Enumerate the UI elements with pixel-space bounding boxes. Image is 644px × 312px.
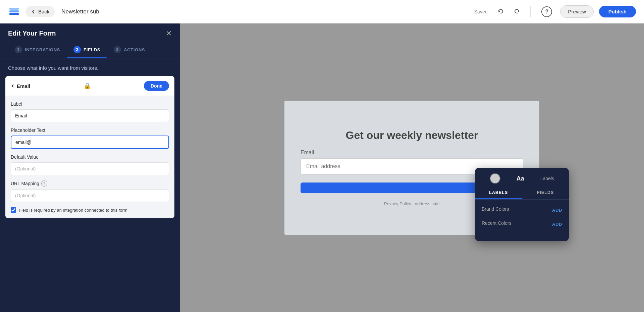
- help-icon: ?: [545, 9, 549, 15]
- back-label: Back: [38, 9, 49, 14]
- svg-rect-0: [9, 13, 19, 15]
- labels-text[interactable]: Labels: [540, 176, 554, 181]
- step-num-2: 2: [73, 46, 81, 53]
- url-help-icon[interactable]: ?: [41, 180, 47, 187]
- field-back-button[interactable]: Email: [11, 83, 30, 89]
- step-num-1: 1: [15, 46, 22, 53]
- recent-colors-label: Recent Colors: [482, 220, 512, 226]
- step-integrations[interactable]: 1 INTEGRATIONS: [8, 42, 67, 58]
- brand-colors-label: Brand Colors: [482, 206, 509, 212]
- form-preview-email-label: Email: [301, 150, 523, 156]
- svg-rect-2: [9, 8, 19, 10]
- divider: [530, 6, 531, 17]
- steps-navigation: 1 INTEGRATIONS 2 FIELDS 3 ACTIONS: [0, 42, 180, 58]
- main-layout: Edit Your Form ✕ 1 INTEGRATIONS 2 FIELDS…: [0, 23, 644, 312]
- panel-header: Edit Your Form ✕: [0, 23, 180, 42]
- label-group: Label: [11, 101, 169, 122]
- color-swatch[interactable]: [490, 173, 500, 184]
- brand-colors-row: Brand Colors ADD: [482, 206, 562, 214]
- placeholder-field-title: Placeholder Text: [11, 127, 169, 133]
- saved-status: Saved: [474, 9, 488, 14]
- redo-button[interactable]: [512, 6, 522, 17]
- required-label: Field is required by an integration conn…: [19, 208, 127, 213]
- aa-label: Aa: [517, 175, 524, 182]
- color-tab-fields[interactable]: FIELDS: [522, 187, 569, 199]
- color-picker-top: Aa Labels: [475, 168, 569, 187]
- canvas-area: Get our weekly newsletter Email Privacy …: [180, 23, 644, 312]
- step-label-fields: FIELDS: [84, 47, 100, 52]
- label-field-title: Label: [11, 101, 169, 107]
- default-group: Default Value: [11, 154, 169, 175]
- help-button[interactable]: ?: [541, 6, 552, 17]
- required-checkbox-row: Field is required by an integration conn…: [11, 207, 169, 213]
- step-label-integrations: INTEGRATIONS: [25, 47, 60, 52]
- recent-colors-add-button[interactable]: ADD: [552, 222, 562, 227]
- left-panel: Edit Your Form ✕ 1 INTEGRATIONS 2 FIELDS…: [0, 23, 180, 312]
- required-checkbox[interactable]: [11, 207, 16, 213]
- close-button[interactable]: ✕: [166, 30, 172, 37]
- undo-button[interactable]: [495, 6, 506, 17]
- step-num-3: 3: [114, 46, 121, 53]
- brand-colors-add-button[interactable]: ADD: [552, 208, 562, 213]
- back-button[interactable]: Back: [25, 6, 55, 17]
- done-button[interactable]: Done: [144, 81, 169, 91]
- panel-subtitle: Choose what info you want from visitors.: [0, 58, 180, 76]
- step-actions[interactable]: 3 ACTIONS: [107, 42, 152, 58]
- color-picker-popup: Aa Labels LABELS FIELDS Brand Colors ADD…: [475, 168, 569, 241]
- url-mapping-group: URL Mapping ?: [11, 180, 169, 202]
- form-preview-privacy: Privacy Policy · address safe: [384, 201, 440, 206]
- placeholder-group: Placeholder Text: [11, 127, 169, 149]
- url-mapping-input[interactable]: [11, 189, 169, 202]
- svg-rect-1: [9, 10, 19, 12]
- form-preview-title: Get our weekly newsletter: [346, 129, 478, 142]
- field-form: Label Placeholder Text Default Value URL…: [5, 96, 174, 218]
- field-editor-card: Email 🔒 Done Label Placeholder Text Defa: [5, 76, 174, 218]
- preview-button[interactable]: Preview: [560, 5, 593, 18]
- page-title: Newsletter sub: [61, 8, 99, 15]
- lock-icon: 🔒: [84, 82, 91, 90]
- app-logo: [8, 6, 20, 18]
- step-fields[interactable]: 2 FIELDS: [67, 42, 107, 58]
- default-input[interactable]: [11, 162, 169, 175]
- placeholder-input[interactable]: [11, 136, 169, 149]
- step-label-actions: ACTIONS: [124, 47, 145, 52]
- field-name-label: Email: [17, 83, 30, 89]
- recent-colors-row: Recent Colors ADD: [482, 220, 562, 228]
- color-picker-tabs: LABELS FIELDS: [475, 187, 569, 200]
- field-card-header: Email 🔒 Done: [5, 76, 174, 96]
- publish-button[interactable]: Publish: [599, 6, 636, 17]
- top-navigation: Back Newsletter sub Saved ? Preview Publ…: [0, 0, 644, 23]
- label-input[interactable]: [11, 109, 169, 122]
- panel-title: Edit Your Form: [8, 30, 56, 37]
- default-field-title: Default Value: [11, 154, 169, 160]
- color-picker-body: Brand Colors ADD Recent Colors ADD: [475, 200, 569, 241]
- color-tab-labels[interactable]: LABELS: [475, 187, 522, 199]
- url-field-title: URL Mapping ?: [11, 180, 169, 187]
